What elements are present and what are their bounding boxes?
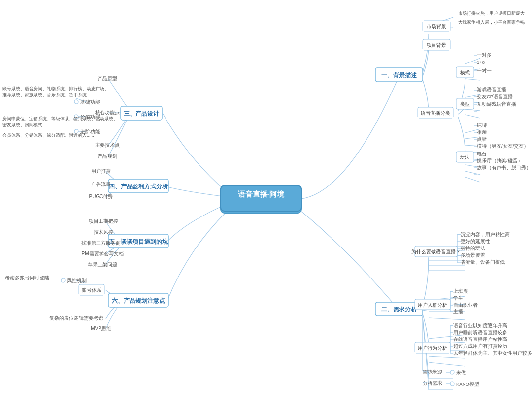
label-user-behavior: 用户行为分析 (418, 345, 447, 351)
leaf-behavior5: 以年轻群体为主、其中女性用户较多 (453, 350, 532, 356)
leaf-play5: 电台 (477, 151, 487, 156)
leaf-play1: 纯聊 (477, 123, 487, 128)
leaf-behavior2: 用户睡前听语音直播较多 (453, 330, 507, 335)
main-label-background: 一、背景描述 (381, 72, 417, 78)
leaf-behavior3: 在线语音直播用户粘性高 (453, 337, 507, 342)
leaf-play7: 故事（有声书、脱口秀） (477, 165, 531, 170)
label-market-bg: 市场背景 (427, 24, 446, 29)
leaf-type4: ...... (477, 109, 485, 114)
center-label-top: 语音直播-阿境 (238, 190, 285, 198)
label-live-category: 语音直播分类 (421, 110, 450, 116)
main-label-demand: 二、需求分析 (381, 306, 417, 312)
label-mode: 模式 (460, 70, 470, 75)
label-account-sys: 账号体系 (82, 287, 101, 293)
svg-line-32 (429, 362, 466, 366)
leaf-play4: 模特（男友/女友/交友） (477, 143, 529, 149)
leaf-group2: 学生 (453, 295, 463, 301)
leaf-play3: 点墙 (477, 136, 487, 142)
leaf-play2: 相亲 (477, 129, 487, 135)
label-vendor: 找准第三方服务商 (81, 240, 121, 246)
leaf-group4: 主播 (453, 309, 463, 314)
leaf-mode2: 1+8 (477, 60, 485, 65)
label-user-group: 用户人群分析 (418, 302, 447, 308)
leaf-why1: 沉淀内容，用户粘性高 (461, 232, 510, 237)
leaf-type3: 互动游戏语音直播 (477, 101, 516, 107)
leaf-notdone: 未做 (456, 370, 466, 375)
svg-line-31 (429, 356, 466, 358)
label-tech: 主要技术点 (95, 142, 120, 148)
label-project-bg: 项目背景 (427, 42, 446, 48)
label-schedule: 项目工期把控 (89, 218, 118, 224)
leaf-why3: 独特的玩法 (461, 246, 485, 251)
leaf-mode1: 一对多 (477, 52, 492, 58)
label-dots-product: ...... (95, 136, 102, 141)
dot-not-done (450, 370, 454, 374)
leaf-why2: 更好的延展性 (461, 239, 490, 244)
label-prototype: 产品原型 (98, 76, 117, 81)
svg-line-8 (466, 115, 480, 118)
leaf-advance2: 密友系统、房间模式 (2, 123, 42, 127)
label-gameplay: 玩法 (460, 154, 470, 160)
leaf-type2: 交友CP语音直播 (477, 94, 513, 99)
label-mvp: MVP思维 (91, 326, 111, 331)
mindmap-canvas: 语音直播-阿境 一、背景描述 市场背景 市场打拼火热，用户规模日新庞大 大玩家争… (0, 0, 532, 401)
svg-line-4 (466, 79, 480, 80)
label-basic-func: 基础功能 (80, 99, 100, 105)
svg-line-16 (466, 177, 480, 182)
main-label-profit: 四、产品盈利方式分析 (109, 183, 168, 189)
leaf-group3: 自由职业者 (453, 302, 478, 308)
label-adflow: 广告流量 (91, 182, 111, 187)
leaf-why5: 省流量、设备门槛低 (461, 259, 505, 265)
svg-line-27 (429, 318, 466, 320)
leaf-mode3: 一对一 (477, 68, 492, 73)
leaf-advance1: 房间申蒙位、宝箱系统、等级体系、签到系统、活动系统、 (2, 116, 118, 121)
main-label-planning: 六、产品规划注意点 (111, 297, 165, 304)
leaf-behavior1: 语音行业以知度逐年升高 (453, 323, 507, 328)
leaf-behavior4: 超过六成用户有打赏经历 (453, 343, 507, 349)
leaf-play8: ...... (477, 172, 485, 177)
leaf-basic2: 推荐系统、家族系统、音乐系统、货币系统 (2, 93, 87, 97)
label-techrisk: 技术风控 (93, 229, 113, 235)
dot-kano (450, 382, 454, 386)
label-pm-docs: PM需要学会写文档 (82, 251, 124, 256)
label-reward: 用户打赏 (91, 168, 111, 174)
leaf-market2: 大玩家争相入局，小平台百家争鸣 (458, 20, 525, 25)
leaf-kano: KANO模型 (456, 381, 479, 387)
leaf-type1: 游戏语音直播 (477, 87, 506, 92)
leaf-member: 会员体系、分销体系、缘分适配、附近的人...... (2, 133, 94, 138)
main-label-product: 三、产品设计 (124, 110, 160, 117)
center-node-top (221, 185, 301, 211)
dot-risk-ctrl (61, 278, 65, 282)
leaf-why4: 多场景覆盖 (461, 252, 485, 258)
label-complex-logic: 复杂的表位逻辑需要考虑 (49, 315, 103, 321)
leaf-market1: 市场打拼火热，用户规模日新庞大 (458, 11, 525, 16)
leaf-group1: 上班族 (453, 288, 468, 294)
dot-basic-func (74, 100, 78, 104)
label-apple: 苹果上架问题 (88, 262, 117, 267)
leaf-multi-account: 考虑多账号同时登陆 (5, 275, 49, 280)
leaf-play6: 娱乐厅（抽奖/碰蛋） (477, 158, 523, 163)
label-roadmap: 产品规划 (98, 154, 117, 159)
label-type: 类型 (460, 101, 470, 107)
label-pugc: PUGC付费 (89, 194, 113, 199)
label-why-live: 为什么要做语音直播？ (411, 249, 461, 254)
mindmap-svg: 语音直播-阿境 一、背景描述 市场背景 市场打拼火热，用户规模日新庞大 大玩家争… (0, 0, 532, 401)
label-risk-ctrl: 风控机制 (67, 278, 87, 283)
leaf-basic1: 账号系统、语音房间、礼物系统、排行榜、动态广场、 (2, 86, 109, 91)
